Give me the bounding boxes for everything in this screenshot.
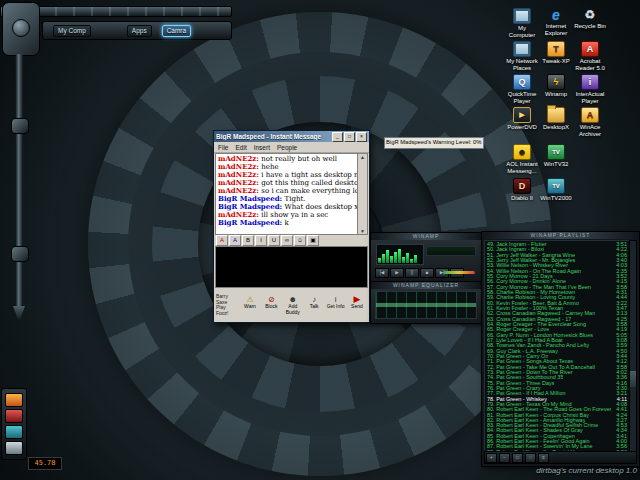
desktop-icon-interactual-player[interactable]: iInterActual Player bbox=[574, 74, 606, 104]
desktop-icon-acrobat-reader-5-0[interactable]: AAcrobat Reader 5.0 bbox=[574, 41, 606, 71]
volume-slider[interactable] bbox=[443, 271, 475, 274]
link-icon[interactable]: ∞ bbox=[281, 235, 293, 246]
desktop-icon-tweak-xp[interactable]: TTweak-XP bbox=[540, 41, 572, 65]
desktop-icon-diablo-ii[interactable]: DDiablo II bbox=[506, 178, 538, 202]
powerdvd-icon: ▶ bbox=[513, 107, 531, 123]
launcher-button-apps[interactable]: Apps bbox=[127, 25, 152, 37]
desktop-icon-winamp[interactable]: ϟWinamp bbox=[540, 74, 572, 98]
message-input[interactable] bbox=[215, 246, 368, 288]
chat-history[interactable]: mAdNE2z: not really but oh wellmAdNE2z: … bbox=[215, 153, 368, 235]
chat-text: got this thing called desktop x bbox=[261, 179, 357, 187]
desktop-icon-recycle-bin[interactable]: ♻Recycle Bin bbox=[574, 8, 606, 30]
maximize-button[interactable]: □ bbox=[344, 132, 355, 142]
chat-scrollbar[interactable] bbox=[357, 154, 367, 234]
desktop-icon-label: PowerDVD bbox=[506, 124, 538, 131]
pipe-node bbox=[11, 246, 29, 262]
desktop-icon-label: QuickTime Player bbox=[506, 91, 538, 104]
list-button[interactable]: ≡ bbox=[538, 453, 549, 463]
menu-file[interactable]: File bbox=[218, 144, 228, 151]
eq-title-bar[interactable]: WINAMP EQUALIZER bbox=[371, 282, 481, 289]
stop-button[interactable]: ■ bbox=[420, 268, 434, 278]
add-button[interactable]: + bbox=[486, 453, 497, 463]
desktop-icon-label: Diablo II bbox=[506, 195, 538, 202]
tweak-xp-icon: T bbox=[547, 41, 565, 57]
menu-edit[interactable]: Edit bbox=[235, 144, 246, 151]
launcher-button-camra[interactable]: Camra bbox=[162, 25, 192, 37]
spectrum-visualizer bbox=[376, 244, 424, 265]
aim-title-bar[interactable]: BigR Madspeed - Instant Message _□× bbox=[214, 131, 369, 142]
desktop-icon-label: WinTV2000 bbox=[540, 195, 572, 202]
desktop-icon-label: My Network Places bbox=[506, 58, 538, 71]
desktopx-folder-icon bbox=[547, 107, 565, 123]
playlist-entries: 49. Jack Ingram - Flutter3:5150. Jack In… bbox=[484, 240, 630, 452]
chat-text: What does desktop x do? bbox=[285, 203, 357, 211]
diablo-icon: D bbox=[513, 178, 531, 194]
prev-button[interactable]: |◀ bbox=[375, 268, 389, 278]
pause-button[interactable]: || bbox=[405, 268, 419, 278]
tv-icon[interactable] bbox=[5, 425, 23, 439]
winamp-main-window: WINAMP |◀▶||■▶|▲ bbox=[370, 232, 482, 282]
desktop-icon-label: Recycle Bin bbox=[574, 23, 606, 30]
block-button[interactable]: ⊘Block bbox=[261, 295, 281, 315]
desktop-icon-label: My Computer bbox=[506, 25, 538, 38]
desktop-icon-label: Tweak-XP bbox=[540, 58, 572, 65]
playlist-scrollbar[interactable] bbox=[629, 240, 637, 452]
desktop-icon-quicktime-player[interactable]: QQuickTime Player bbox=[506, 74, 538, 104]
launcher-bar-buttons: My CompAppsCamra bbox=[42, 21, 232, 40]
launcher-bar-hub bbox=[2, 2, 40, 56]
talk-button[interactable]: ♪Talk bbox=[304, 295, 324, 315]
desktop-icon-my-computer[interactable]: My Computer bbox=[506, 8, 538, 38]
misc-button[interactable]: ○ bbox=[525, 453, 536, 463]
spectrum-bar bbox=[386, 250, 389, 263]
add-buddy-button[interactable]: ☻Add Buddy bbox=[283, 295, 303, 315]
warn-button[interactable]: ⚠Warn bbox=[240, 295, 260, 315]
font-color-icon[interactable]: A bbox=[229, 235, 241, 246]
my-computer-icon bbox=[513, 8, 531, 24]
chat-text: k bbox=[285, 219, 289, 227]
play-button[interactable]: ▶ bbox=[390, 268, 404, 278]
cd-icon[interactable] bbox=[5, 409, 23, 423]
chat-sender: BigR Madspeed: bbox=[218, 218, 285, 227]
warning-level-strip: BigR Madspeed's Warning Level: 0% bbox=[384, 137, 484, 149]
desktop-icon-my-network-places[interactable]: My Network Places bbox=[506, 41, 538, 71]
top-launcher-bar: My CompAppsCamra bbox=[0, 0, 242, 62]
italic-icon[interactable]: I bbox=[255, 235, 267, 246]
chip-icon[interactable] bbox=[5, 441, 23, 455]
flame-icon[interactable] bbox=[5, 393, 23, 407]
desktop-icon-label: Internet Explorer bbox=[540, 23, 572, 36]
get-info-button[interactable]: iGet Info bbox=[326, 295, 346, 315]
font-icon[interactable]: A bbox=[216, 235, 228, 246]
track-title-strip bbox=[426, 246, 476, 256]
menu-insert[interactable]: Insert bbox=[254, 144, 270, 151]
eq-sliders[interactable] bbox=[375, 291, 477, 319]
desktop-icon-label: InterActual Player bbox=[574, 91, 606, 104]
desktop-icon-winace-archiver[interactable]: AWinAce Archiver bbox=[574, 107, 606, 137]
desktop-icon-wintv2000[interactable]: TVWinTV2000 bbox=[540, 178, 572, 202]
chat-message: BigR Madspeed: k bbox=[218, 219, 357, 227]
aim-window-buttons: _□× bbox=[331, 132, 367, 142]
underline-icon[interactable]: U bbox=[268, 235, 280, 246]
recycle-bin-icon: ♻ bbox=[582, 8, 598, 22]
desktop-icon-aol-instant-messeng[interactable]: ☻AOL Instant Messeng... bbox=[506, 144, 538, 174]
image-icon[interactable]: ▣ bbox=[307, 235, 319, 246]
winamp-title-bar[interactable]: WINAMP bbox=[371, 233, 481, 240]
launcher-button-my-comp[interactable]: My Comp bbox=[53, 25, 91, 37]
spectrum-bar bbox=[378, 258, 381, 263]
remove-button[interactable]: − bbox=[499, 453, 510, 463]
desktop-icon-powerdvd[interactable]: ▶PowerDVD bbox=[506, 107, 538, 131]
aim-icon: ☻ bbox=[513, 144, 531, 160]
desktop-icon-internet-explorer[interactable]: eInternet Explorer bbox=[540, 8, 572, 36]
playlist-title-bar[interactable]: WINAMP PLAYLIST bbox=[482, 232, 639, 239]
chat-text: Tight. bbox=[285, 195, 306, 203]
desktop-icon-wintv32[interactable]: TVWinTV32 bbox=[540, 144, 572, 168]
menu-people[interactable]: People bbox=[277, 144, 297, 151]
spectrum-bar bbox=[398, 249, 401, 263]
select-button[interactable]: □ bbox=[512, 453, 523, 463]
close-button[interactable]: × bbox=[356, 132, 367, 142]
smiley-icon[interactable]: ☺ bbox=[294, 235, 306, 246]
desktop-icon-desktopx[interactable]: DesktopX bbox=[540, 107, 572, 131]
minimize-button[interactable]: _ bbox=[332, 132, 343, 142]
send-button[interactable]: ▶Send bbox=[347, 295, 367, 315]
bold-icon[interactable]: B bbox=[242, 235, 254, 246]
winamp-icon: ϟ bbox=[547, 74, 565, 90]
